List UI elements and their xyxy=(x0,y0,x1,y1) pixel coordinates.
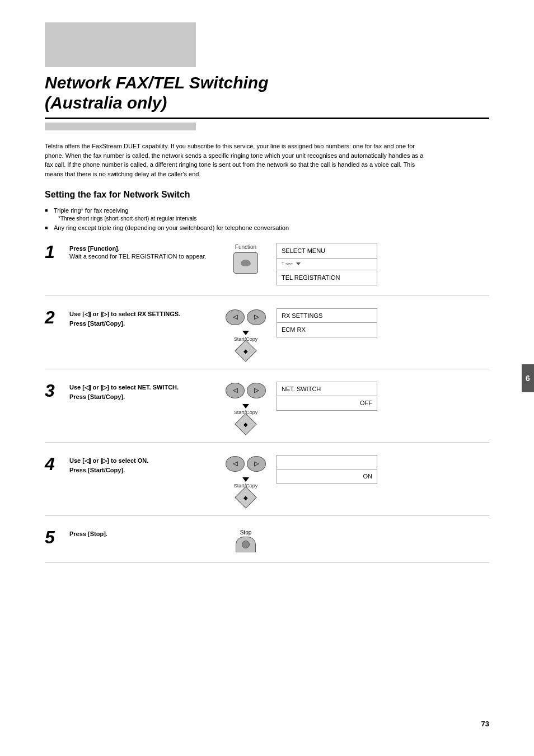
step-2-main: Use [◁] or [▷] to select RX SETTINGS. xyxy=(69,311,209,318)
step-4-display-top xyxy=(277,455,377,469)
step-1-display: SELECT MENU T see TEL REGISTRATION xyxy=(277,243,377,285)
start-copy-button-3: ◆ xyxy=(235,413,257,435)
step-4-main: Use [◁] or [▷] to select ON. xyxy=(69,457,209,464)
step-2-press: Press [Start/Copy]. xyxy=(69,320,209,327)
step-1-text: Press [Function]. Wait a second for TEL … xyxy=(69,243,215,262)
step-3-display: NET. SWITCH OFF xyxy=(277,382,377,411)
step-1-number: 1 xyxy=(45,243,69,261)
page-title: Network FAX/TEL Switching (Australia onl… xyxy=(45,73,489,119)
bullet-list: Triple ring* for fax receiving *Three sh… xyxy=(45,206,489,233)
step-2-text: Use [◁] or [▷] to select RX SETTINGS. Pr… xyxy=(69,308,215,327)
sub-banner xyxy=(45,123,196,130)
step-5: 5 Press [Stop]. Stop xyxy=(45,528,489,563)
step-1-icon-label: Function xyxy=(235,244,256,250)
diamond-icon-3: ◆ xyxy=(243,421,248,427)
step-2: 2 Use [◁] or [▷] to select RX SETTINGS. … xyxy=(45,308,489,369)
left-arrow-button-4: ◁ xyxy=(226,456,245,472)
nav-buttons-group-3: ◁ ▷ xyxy=(226,383,266,398)
step-4-icon: ◁ ▷ Start/Copy ◆ xyxy=(215,455,277,505)
step-1-display-bottom: TEL REGISTRATION xyxy=(277,270,377,285)
step-3-number: 3 xyxy=(45,382,69,400)
top-banner-image xyxy=(45,22,196,67)
step-4-text: Use [◁] or [▷] to select ON. Press [Star… xyxy=(69,455,215,473)
left-arrow-button-2: ◁ xyxy=(226,309,245,325)
start-copy-button-2: ◆ xyxy=(235,340,257,362)
left-arrow-button-3: ◁ xyxy=(226,383,245,398)
step-5-number: 5 xyxy=(45,528,69,546)
bullet-item-2: Any ring except triple ring (depending o… xyxy=(45,224,489,232)
arrow-down-icon xyxy=(296,262,301,265)
diamond-icon-4: ◆ xyxy=(243,494,248,500)
step-3-text: Use [◁] or [▷] to select NET. SWITCH. Pr… xyxy=(69,382,215,400)
stop-label: Stop xyxy=(240,529,252,536)
step-5-text: Press [Stop]. xyxy=(69,528,215,538)
step-1-main: Press [Function]. xyxy=(69,245,209,252)
nav-buttons-group-2: ◁ ▷ xyxy=(226,309,266,325)
step-3-main: Use [◁] or [▷] to select NET. SWITCH. xyxy=(69,384,209,391)
step-3-press: Press [Start/Copy]. xyxy=(69,393,209,400)
down-arrow-icon-2 xyxy=(242,331,249,335)
step-2-arrow xyxy=(242,326,249,336)
step-2-display-top: RX SETTINGS xyxy=(277,308,377,323)
nav-buttons-group-4: ◁ ▷ xyxy=(226,456,266,472)
step-1-connector-text: T see xyxy=(282,261,301,266)
start-copy-button-4: ◆ xyxy=(235,486,257,509)
step-2-display: RX SETTINGS ECM RX xyxy=(277,308,377,337)
right-arrow-button-4: ▷ xyxy=(247,456,266,472)
step-2-display-pair: RX SETTINGS ECM RX xyxy=(277,308,377,337)
intro-text: Telstra offers the FaxStream DUET capabi… xyxy=(45,142,425,179)
step-4-display-bottom: ON xyxy=(277,469,377,484)
step-4-press: Press [Start/Copy]. xyxy=(69,467,209,473)
step-2-display-bottom: ECM RX xyxy=(277,323,377,337)
step-3: 3 Use [◁] or [▷] to select NET. SWITCH. … xyxy=(45,382,489,443)
right-arrow-button-2: ▷ xyxy=(247,309,266,325)
step-5-main: Press [Stop]. xyxy=(69,530,209,537)
step-1-connector: T see xyxy=(277,259,377,270)
step-3-display-bottom: OFF xyxy=(277,396,377,411)
stop-button-icon xyxy=(236,537,256,552)
right-arrow-button-3: ▷ xyxy=(247,383,266,398)
page-number: 73 xyxy=(481,720,489,728)
step-2-number: 2 xyxy=(45,308,69,326)
step-5-icon: Stop xyxy=(215,528,277,552)
diamond-icon-2: ◆ xyxy=(243,348,248,354)
page: Network FAX/TEL Switching (Australia onl… xyxy=(0,0,534,756)
step-3-icon: ◁ ▷ Start/Copy ◆ xyxy=(215,382,277,432)
bullet-item-1: Triple ring* for fax receiving *Three sh… xyxy=(45,206,489,223)
bullet-subnote-1: *Three short rings (short-short-short) a… xyxy=(54,215,489,223)
step-3-display-pair: NET. SWITCH OFF xyxy=(277,382,377,411)
side-tab: 6 xyxy=(522,364,534,392)
step-1-icon: Function xyxy=(215,243,277,274)
down-arrow-icon-3 xyxy=(242,404,249,408)
step-4: 4 Use [◁] or [▷] to select ON. Press [St… xyxy=(45,455,489,516)
step-3-display-top: NET. SWITCH xyxy=(277,382,377,396)
step-4-arrow xyxy=(242,473,249,483)
steps-container: 1 Press [Function]. Wait a second for TE… xyxy=(45,243,489,563)
step-1-sub: Wait a second for TEL REGISTRATION to ap… xyxy=(69,253,209,260)
step-1: 1 Press [Function]. Wait a second for TE… xyxy=(45,243,489,296)
section-title: Setting the fax for Network Switch xyxy=(45,190,489,200)
down-arrow-icon-4 xyxy=(242,477,249,482)
step-4-number: 4 xyxy=(45,455,69,473)
function-button-icon xyxy=(233,252,258,274)
step-1-display-top: SELECT MENU xyxy=(277,243,377,259)
stop-circle-icon xyxy=(242,541,250,548)
step-4-display-pair: ON xyxy=(277,455,377,484)
step-4-display: ON xyxy=(277,455,377,484)
step-3-arrow xyxy=(242,400,249,410)
stop-button-group: Stop xyxy=(236,529,256,552)
step-2-icon: ◁ ▷ Start/Copy ◆ xyxy=(215,308,277,359)
